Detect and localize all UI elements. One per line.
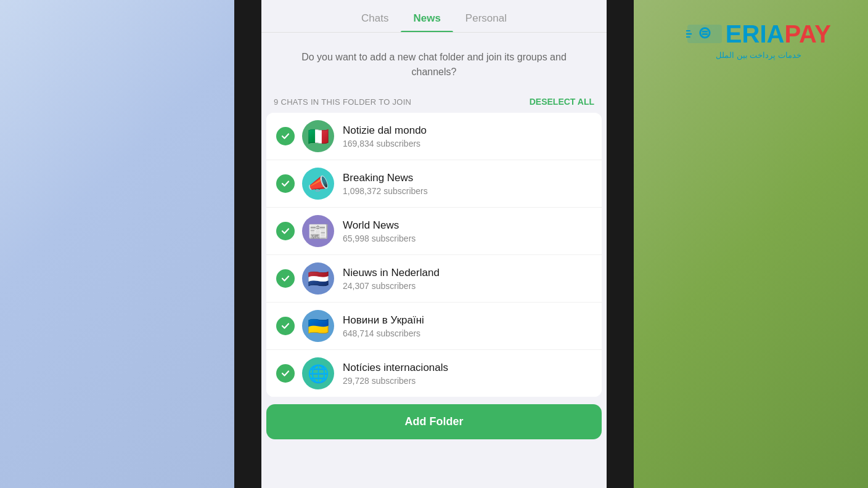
chat-name: Notizie dal mondo <box>343 124 592 137</box>
chat-subscribers: 169,834 subscribers <box>343 139 592 148</box>
riapay-subtitle: خدمات پرداخت بین الملل <box>716 51 801 60</box>
folder-header: 9 CHATS IN THIS FOLDER TO JOIN DESELECT … <box>261 92 607 113</box>
chat-item[interactable]: 🌐Notícies internacionals29,728 subscribe… <box>266 350 602 397</box>
chat-item[interactable]: 🇳🇱Nieuws in Nederland24,307 subscribers <box>266 255 602 303</box>
riapay-brand: ⊜ ERIAPAY <box>686 18 831 49</box>
chat-info: Nieuws in Nederland24,307 subscribers <box>343 267 592 291</box>
subtitle-text: Do you want to add a new chat folder and… <box>301 52 567 77</box>
chat-item[interactable]: 📣Breaking News1,098,372 subscribers <box>266 160 602 208</box>
tab-personal[interactable]: Personal <box>453 7 519 32</box>
chat-name: Новини в Україні <box>343 314 592 327</box>
chat-avatar: 📣 <box>302 168 334 200</box>
chat-name: World News <box>343 219 592 232</box>
chat-info: Новини в Україні648,714 subscribers <box>343 314 592 338</box>
chat-avatar: 📰 <box>302 215 334 247</box>
check-icon <box>276 127 295 145</box>
content-area: Do you want to add a new chat folder and… <box>261 33 607 488</box>
phone-frame: Chats News Personal Do you want to add a… <box>261 0 607 488</box>
chat-subscribers: 648,714 subscribers <box>343 328 592 338</box>
subtitle-block: Do you want to add a new chat folder and… <box>261 33 607 92</box>
chat-name: Nieuws in Nederland <box>343 267 592 279</box>
tab-chats[interactable]: Chats <box>349 7 401 32</box>
chat-avatar: 🇮🇹 <box>302 120 334 152</box>
riapay-text: ERIAPAY <box>726 20 831 48</box>
chat-info: Breaking News1,098,372 subscribers <box>343 172 592 196</box>
chat-item[interactable]: 🇺🇦Новини в Україні648,714 subscribers <box>266 303 602 350</box>
check-icon <box>276 364 295 383</box>
folder-count: 9 CHATS IN THIS FOLDER TO JOIN <box>274 97 411 107</box>
chat-name: Notícies internacionals <box>343 362 592 374</box>
chat-info: World News65,998 subscribers <box>343 219 592 243</box>
chat-item[interactable]: 📰World News65,998 subscribers <box>266 208 602 255</box>
add-folder-button[interactable]: Add Folder <box>266 404 602 439</box>
tabs-container: Chats News Personal <box>261 0 607 33</box>
chat-avatar: 🇳🇱 <box>302 262 334 295</box>
check-icon <box>276 222 295 240</box>
chat-subscribers: 65,998 subscribers <box>343 234 592 243</box>
chat-subscribers: 1,098,372 subscribers <box>343 186 592 196</box>
riapay-icon: ⊜ <box>686 18 723 49</box>
riapay-logo: ⊜ ERIAPAY خدمات پرداخت بین الملل <box>686 18 831 60</box>
background-left <box>0 0 234 488</box>
check-icon <box>276 174 295 193</box>
svg-text:⊜: ⊜ <box>698 23 711 42</box>
chat-subscribers: 24,307 subscribers <box>343 281 592 291</box>
deselect-all-button[interactable]: DESELECT ALL <box>530 97 594 107</box>
chat-info: Notizie dal mondo169,834 subscribers <box>343 124 592 148</box>
chat-item[interactable]: 🇮🇹Notizie dal mondo169,834 subscribers <box>266 113 602 160</box>
tab-news[interactable]: News <box>401 7 452 32</box>
chat-name: Breaking News <box>343 172 592 184</box>
check-icon <box>276 269 295 288</box>
chat-avatar: 🌐 <box>302 357 334 389</box>
chat-list: 🇮🇹Notizie dal mondo169,834 subscribers📣B… <box>266 113 602 397</box>
chat-avatar: 🇺🇦 <box>302 310 334 342</box>
chat-subscribers: 29,728 subscribers <box>343 376 592 386</box>
background-right <box>634 0 868 488</box>
chat-info: Notícies internacionals29,728 subscriber… <box>343 362 592 386</box>
phone-screen: Chats News Personal Do you want to add a… <box>261 0 607 488</box>
check-icon <box>276 317 295 335</box>
